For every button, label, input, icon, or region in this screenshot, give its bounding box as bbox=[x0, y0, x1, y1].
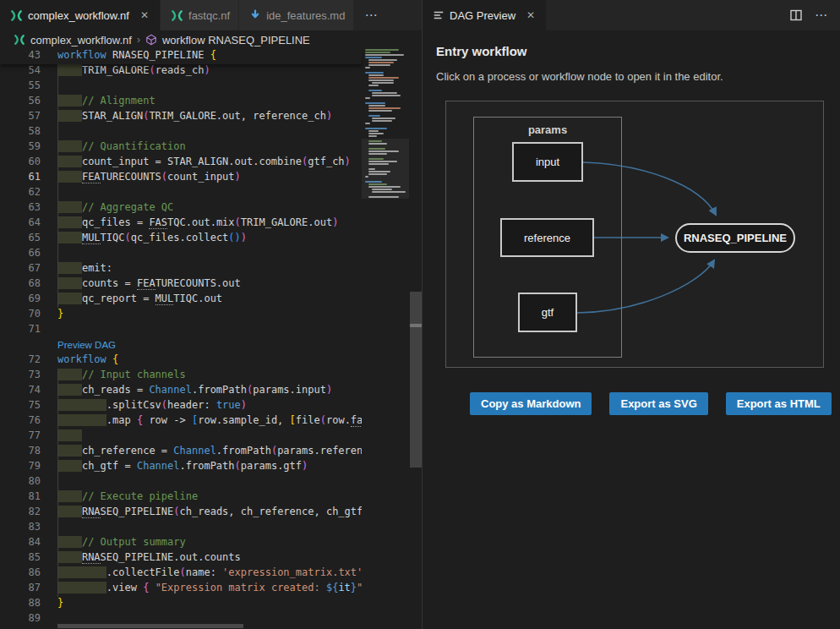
tab-dag-preview[interactable]: DAG Preview ✕ bbox=[423, 0, 547, 30]
code-line[interactable]: 57 STAR_ALIGN(TRIM_GALORE.out, reference… bbox=[0, 110, 362, 125]
code-line[interactable]: 72workflow { bbox=[0, 353, 362, 369]
copy-as-markdown-button[interactable]: Copy as Markdown bbox=[470, 392, 592, 415]
codelens-preview-dag[interactable]: Preview DAG bbox=[0, 338, 362, 353]
code-text: // Aggregate QC bbox=[57, 201, 362, 216]
code-text: qc_report = MULTIQC.out bbox=[57, 293, 362, 308]
editor-group-divider[interactable] bbox=[422, 0, 423, 629]
code-line[interactable]: 77 bbox=[0, 429, 362, 445]
line-number: 85 bbox=[0, 551, 57, 566]
dag-node-input[interactable]: input bbox=[512, 142, 583, 182]
code-line[interactable]: 61 FEATURECOUNTS(count_input) bbox=[0, 171, 362, 186]
code-text: RNASEQ_PIPELINE(ch_reads, ch_reference, … bbox=[57, 506, 362, 521]
minimap-line bbox=[372, 82, 394, 84]
code-line[interactable]: 63 // Aggregate QC bbox=[0, 201, 362, 216]
code-line[interactable]: 82 RNASEQ_PIPELINE(ch_reads, ch_referenc… bbox=[0, 506, 362, 521]
more-actions-icon[interactable]: ⋯ bbox=[815, 8, 828, 23]
more-tabs-icon[interactable]: ⋯ bbox=[354, 0, 388, 30]
tab-bar: complex_workflow.nf ✕ fastqc.nf ide_feat… bbox=[0, 0, 423, 30]
code-line[interactable]: 69 qc_report = MULTIQC.out bbox=[0, 293, 362, 308]
code-line[interactable]: 65 MULTIQC(qc_files.collect()) bbox=[0, 232, 362, 247]
tab-complex-workflow[interactable]: complex_workflow.nf ✕ bbox=[0, 0, 161, 30]
vertical-scrollbar[interactable] bbox=[410, 49, 422, 629]
code-text: // Quantification bbox=[57, 140, 362, 156]
tab-fastqc[interactable]: fastqc.nf bbox=[161, 0, 239, 30]
export-as-html-button[interactable]: Export as HTML bbox=[726, 392, 832, 415]
tab-ide-features[interactable]: ide_features.md bbox=[239, 0, 354, 30]
close-icon[interactable]: ✕ bbox=[524, 8, 537, 22]
minimap[interactable] bbox=[362, 49, 409, 590]
line-number: 58 bbox=[0, 125, 57, 140]
split-editor-icon[interactable] bbox=[789, 8, 803, 22]
close-icon[interactable]: ✕ bbox=[138, 8, 151, 22]
code-line[interactable]: 71 bbox=[0, 323, 362, 338]
minimap-line bbox=[365, 57, 382, 58]
line-number: 65 bbox=[0, 232, 57, 247]
code-editor[interactable]: 54 TRIM_GALORE(reads_ch)5556 // Alignmen… bbox=[0, 49, 423, 629]
line-number: 74 bbox=[0, 384, 57, 399]
code-text: MULTIQC(qc_files.collect()) bbox=[57, 232, 362, 247]
dag-node-gtf[interactable]: gtf bbox=[518, 293, 577, 332]
code-line[interactable]: 84 // Output summary bbox=[0, 536, 362, 551]
code-line[interactable]: 86 .collectFile(name: 'expression_matrix… bbox=[0, 566, 362, 582]
breadcrumb-symbol[interactable]: workflow RNASEQ_PIPELINE bbox=[162, 34, 310, 46]
code-line[interactable]: 75 .splitCsv(header: true) bbox=[0, 399, 362, 414]
code-line[interactable]: 81 // Execute pipeline bbox=[0, 490, 362, 506]
vertical-scrollbar-thumb[interactable] bbox=[410, 292, 422, 468]
code-text: } bbox=[57, 308, 362, 323]
breadcrumb-separator: › bbox=[137, 34, 140, 46]
minimap-line bbox=[365, 102, 385, 104]
code-text: // Alignment bbox=[57, 95, 362, 110]
code-text bbox=[57, 475, 362, 490]
code-line[interactable]: 78 ch_reference = Channel.fromPath(param… bbox=[0, 445, 362, 460]
code-line[interactable]: 87 .view { "Expression matrix created: $… bbox=[0, 582, 362, 597]
code-line[interactable]: 80 bbox=[0, 475, 362, 490]
minimap-viewport[interactable] bbox=[362, 139, 409, 199]
line-number: 83 bbox=[0, 521, 57, 536]
line-number: 64 bbox=[0, 216, 57, 232]
line-number: 54 bbox=[0, 64, 57, 79]
minimap-line bbox=[368, 110, 392, 112]
editor-group-left: complex_workflow.nf ✕ fastqc.nf ide_feat… bbox=[0, 0, 423, 629]
code-line[interactable]: 66 bbox=[0, 247, 362, 262]
minimap-line bbox=[372, 95, 401, 96]
minimap-line bbox=[368, 62, 394, 63]
code-text: workflow { bbox=[57, 353, 362, 369]
code-line[interactable]: 56 // Alignment bbox=[0, 95, 362, 110]
code-line[interactable]: 74 ch_reads = Channel.fromPath(params.in… bbox=[0, 384, 362, 399]
minimap-line bbox=[368, 105, 385, 107]
breadcrumb-file[interactable]: complex_workflow.nf bbox=[30, 34, 132, 46]
export-as-svg-button[interactable]: Export as SVG bbox=[609, 392, 707, 415]
code-line[interactable]: 67 emit: bbox=[0, 262, 362, 277]
dag-node-rnaseq-pipeline[interactable]: RNASEQ_PIPELINE bbox=[675, 223, 795, 253]
code-line[interactable]: 59 // Quantification bbox=[0, 140, 362, 156]
dag-node-reference[interactable]: reference bbox=[500, 218, 594, 257]
minimap-line bbox=[365, 72, 384, 74]
code-line[interactable]: 79 ch_gtf = Channel.fromPath(params.gtf) bbox=[0, 460, 362, 475]
code-text: .splitCsv(header: true) bbox=[57, 399, 362, 414]
line-number: 78 bbox=[0, 445, 57, 460]
code-text bbox=[57, 323, 362, 338]
code-line[interactable]: 68 counts = FEATURECOUNTS.out bbox=[0, 277, 362, 293]
code-line[interactable]: 73 // Input channels bbox=[0, 369, 362, 384]
minimap-line bbox=[368, 59, 397, 61]
line-number: 66 bbox=[0, 247, 57, 262]
sticky-scroll-line[interactable]: 43 workflow RNASEQ_PIPELINE { bbox=[0, 49, 362, 64]
code-line[interactable]: 58 bbox=[0, 125, 362, 140]
code-line[interactable]: 76 .map { row -> [row.sample_id, [file(r… bbox=[0, 414, 362, 429]
params-group-label: params bbox=[474, 123, 621, 136]
code-line[interactable]: 60 count_input = STAR_ALIGN.out.combine(… bbox=[0, 156, 362, 171]
minimap-line bbox=[365, 67, 370, 68]
code-line[interactable]: 70} bbox=[0, 308, 362, 323]
panel-actions: ⋯ bbox=[789, 0, 840, 30]
code-line[interactable]: 83 bbox=[0, 521, 362, 536]
line-number: 86 bbox=[0, 566, 57, 582]
code-line[interactable]: 62 bbox=[0, 186, 362, 201]
line-number: 55 bbox=[0, 79, 57, 95]
code-line[interactable]: 54 TRIM_GALORE(reads_ch) bbox=[0, 64, 362, 79]
code-line[interactable]: 55 bbox=[0, 79, 362, 95]
horizontal-scrollbar-thumb[interactable] bbox=[57, 624, 243, 628]
code-line[interactable]: 85 RNASEQ_PIPELINE.out.counts bbox=[0, 551, 362, 566]
code-line[interactable]: 88} bbox=[0, 597, 362, 612]
code-line[interactable]: 64 qc_files = FASTQC.out.mix(TRIM_GALORE… bbox=[0, 216, 362, 232]
code-text bbox=[57, 79, 362, 95]
